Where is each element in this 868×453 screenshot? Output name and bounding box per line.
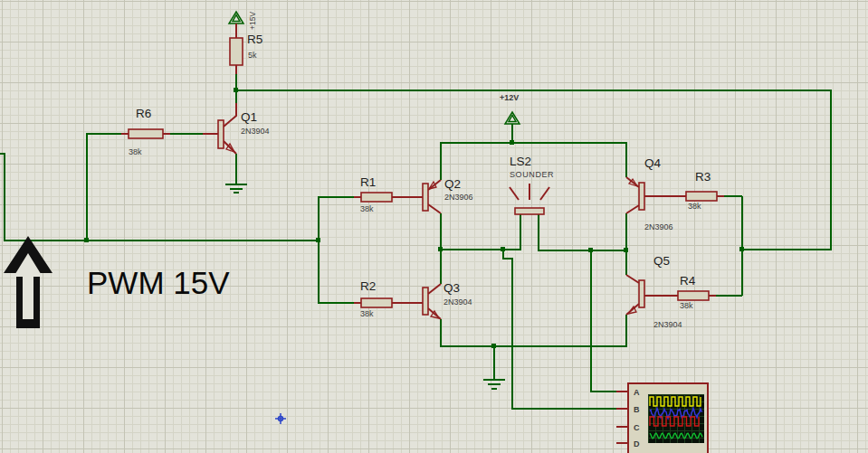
value-q1[interactable]: 2N3904 <box>241 127 270 136</box>
schematic-canvas[interactable]: +15V R5 5k R6 38k Q1 2N3904 PWM 15V R1 3… <box>0 0 868 453</box>
transistor-q3[interactable] <box>423 284 441 319</box>
resistor-r3[interactable] <box>644 192 724 201</box>
resistor-r6[interactable] <box>121 129 170 138</box>
scope-trace-d <box>650 433 702 439</box>
ref-r4[interactable]: R4 <box>680 274 695 288</box>
transistor-q5[interactable] <box>626 275 644 315</box>
junction-dots <box>84 88 744 348</box>
value-r6[interactable]: 38k <box>129 147 142 156</box>
value-q5[interactable]: 2N3904 <box>653 320 682 329</box>
value-q3[interactable]: 2N3904 <box>444 297 472 307</box>
resistor-r1[interactable] <box>354 193 423 202</box>
value-q4[interactable]: 2N3906 <box>644 222 673 231</box>
origin-marker-icon <box>275 413 286 424</box>
ref-q5[interactable]: Q5 <box>653 254 670 268</box>
transistor-q4[interactable] <box>626 177 644 213</box>
oscilloscope[interactable]: A B C D <box>627 382 709 453</box>
ref-q2[interactable]: Q2 <box>444 177 461 191</box>
transistor-q1[interactable] <box>203 103 236 154</box>
wire-bridge-right-output <box>539 214 626 250</box>
value-r4[interactable]: 38k <box>680 301 693 310</box>
ground-icon-q1[interactable] <box>225 184 247 193</box>
ground-icon-bridge[interactable] <box>483 380 505 389</box>
transistor-q2[interactable] <box>423 180 441 213</box>
ref-r6[interactable]: R6 <box>136 107 151 120</box>
scope-pin-label-b: B <box>634 405 640 414</box>
wire-bridge-left-output <box>441 214 520 250</box>
scope-waveforms <box>648 394 704 443</box>
wire-pwm-input <box>0 154 319 241</box>
sounder-ls2[interactable] <box>510 184 549 214</box>
scope-screen <box>648 394 704 443</box>
value-r1[interactable]: 38k <box>360 204 374 213</box>
scope-trace-a <box>650 397 701 406</box>
scope-pin-label-d: D <box>634 439 640 448</box>
scope-pin-label-a: A <box>634 388 640 397</box>
ref-r3[interactable]: R3 <box>695 170 711 184</box>
ref-ls2[interactable]: LS2 <box>510 155 531 168</box>
ref-q1[interactable]: Q1 <box>241 110 257 124</box>
value-q2[interactable]: 2N3906 <box>444 193 473 202</box>
pwm-annotation: PWM 15V <box>87 265 230 301</box>
value-r5[interactable]: 5k <box>248 51 257 60</box>
value-r2[interactable]: 38k <box>360 309 374 318</box>
schematic-drawing <box>0 0 868 453</box>
wire-bottom-rail <box>441 315 626 346</box>
ref-q4[interactable]: Q4 <box>644 156 661 170</box>
ref-r5[interactable]: R5 <box>247 33 262 46</box>
pwm-arrow-icon <box>4 236 52 328</box>
resistor-r5[interactable] <box>230 24 243 74</box>
power-flag-12v-icon[interactable] <box>505 112 520 124</box>
value-r3[interactable]: 38k <box>688 202 701 211</box>
power-flag-15v-icon[interactable] <box>229 12 243 24</box>
resistor-r2[interactable] <box>354 298 423 307</box>
ref-r1[interactable]: R1 <box>360 175 376 189</box>
value-ls2[interactable]: SOUNDER <box>510 170 554 179</box>
resistor-r4[interactable] <box>644 291 716 300</box>
wire-to-scope-a <box>591 250 616 392</box>
scope-pin-label-c: C <box>634 423 640 432</box>
ref-q3[interactable]: Q3 <box>444 281 460 295</box>
scope-trace-c <box>650 417 699 426</box>
wires[interactable] <box>0 74 831 409</box>
power-label-15v: +15V <box>248 12 257 30</box>
wire-to-scope-b <box>503 250 616 409</box>
power-label-12v: +12V <box>500 93 519 102</box>
ref-r2[interactable]: R2 <box>360 279 376 293</box>
